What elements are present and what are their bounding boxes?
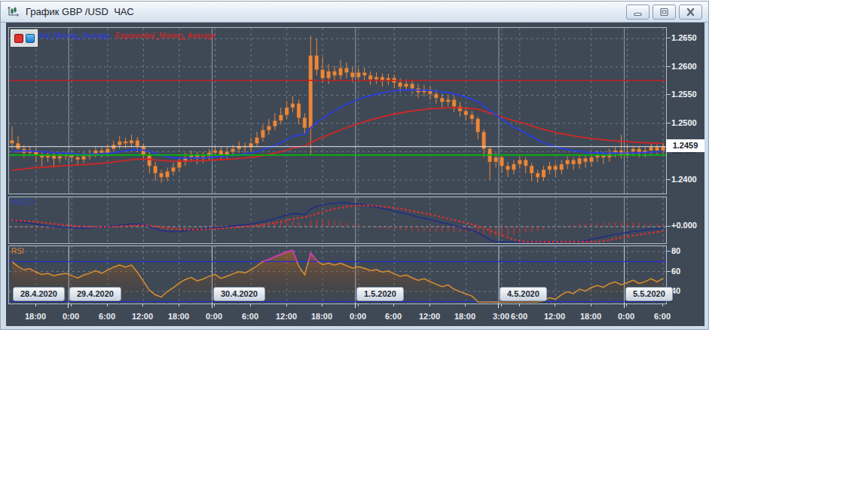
- date-label-box[interactable]: 4.5.2020: [500, 287, 547, 301]
- window-controls: [626, 5, 702, 20]
- time-tick: [35, 303, 36, 307]
- minor-time-tick: [573, 303, 573, 305]
- rsi-scale-label: 40: [671, 285, 680, 296]
- minor-time-tick: [609, 303, 610, 305]
- candle-body: [631, 149, 635, 152]
- indicator-swatch-panel: [11, 29, 38, 47]
- time-tick: [358, 303, 359, 307]
- candle-body: [374, 77, 378, 79]
- candle-body: [350, 72, 354, 77]
- time-label: 12:00: [276, 312, 297, 321]
- candle-body: [99, 151, 103, 153]
- candle-body: [500, 157, 504, 166]
- minor-time-tick: [83, 303, 84, 305]
- minor-time-tick: [238, 303, 239, 305]
- candle-body: [213, 151, 217, 153]
- candle-body: [11, 140, 14, 143]
- price-chart-panel[interactable]: Exponential_Moving_Average Exponential_M…: [8, 27, 667, 194]
- ema-slow-line: [12, 108, 663, 170]
- minor-time-tick: [119, 303, 120, 305]
- candle-body: [327, 72, 331, 78]
- ema-slow-color-swatch[interactable]: [14, 34, 23, 43]
- minor-time-tick: [561, 303, 561, 305]
- macd-signal-line: [12, 206, 663, 242]
- candle-body: [662, 147, 665, 151]
- date-label-box[interactable]: 28.4.2020: [13, 287, 65, 301]
- price-scale-label: 1.2550: [671, 89, 697, 99]
- time-label: 12:00: [419, 312, 440, 321]
- candle-body: [105, 149, 109, 153]
- candle-body: [548, 166, 552, 169]
- desktop-background: График GBP /USD ЧАС: [0, 0, 868, 488]
- candle-body: [315, 56, 319, 70]
- candle-body: [356, 72, 360, 77]
- candle-body: [16, 143, 20, 149]
- close-button[interactable]: [679, 5, 702, 20]
- time-tick: [142, 303, 143, 307]
- minor-time-tick: [346, 303, 347, 305]
- minor-time-tick: [370, 303, 371, 305]
- candle-body: [656, 147, 659, 151]
- minor-time-tick: [656, 303, 657, 305]
- time-label: 18:00: [454, 312, 475, 321]
- candle-body: [52, 156, 56, 159]
- time-tick: [393, 303, 394, 307]
- minor-time-tick: [59, 303, 60, 305]
- price-scale-label: 1.2650: [671, 32, 697, 43]
- candle-body: [172, 168, 176, 172]
- time-tick: [250, 303, 251, 307]
- time-label: 6:00: [99, 312, 115, 321]
- candle-body: [261, 130, 264, 138]
- minor-time-tick: [274, 303, 275, 305]
- time-scale[interactable]: 18:000:006:0012:0018:000:006:0012:0018:0…: [6, 303, 704, 326]
- time-tick: [286, 303, 287, 307]
- title-bar[interactable]: График GBP /USD ЧАС: [1, 2, 708, 23]
- maximize-button[interactable]: [653, 5, 676, 20]
- candle-body: [136, 140, 139, 146]
- macd-panel[interactable]: MACD: [8, 197, 667, 244]
- minimize-button[interactable]: [626, 5, 649, 20]
- candle-body: [321, 70, 325, 78]
- candle-body: [405, 84, 408, 87]
- candle-body: [231, 149, 235, 152]
- date-label-box[interactable]: 30.4.2020: [213, 287, 265, 301]
- candle-body: [279, 115, 283, 121]
- minor-time-tick: [489, 303, 490, 305]
- minor-time-tick: [11, 303, 12, 305]
- candle-body: [506, 166, 509, 169]
- candle-body: [542, 170, 546, 178]
- candle-body: [225, 151, 229, 154]
- minor-time-tick: [298, 303, 298, 305]
- date-label-box[interactable]: 1.5.2020: [356, 287, 404, 301]
- price-scale-label: 1.2500: [671, 117, 697, 128]
- rsi-scale-label: 60: [671, 266, 680, 276]
- minor-time-tick: [262, 303, 263, 305]
- candle-body: [177, 162, 181, 168]
- time-tick: [519, 303, 520, 307]
- minor-time-tick: [621, 303, 622, 305]
- time-tick: [591, 303, 591, 307]
- time-label: 6:00: [242, 312, 258, 321]
- minor-time-tick: [131, 303, 132, 305]
- candle-body: [440, 98, 444, 102]
- candle-body: [339, 68, 343, 75]
- minor-time-tick: [95, 303, 96, 305]
- minor-time-tick: [23, 303, 24, 305]
- minimize-icon: [633, 8, 643, 17]
- minor-time-tick: [417, 303, 418, 305]
- candle-body: [464, 111, 468, 114]
- ema-fast-line: [12, 90, 663, 158]
- chart-window-icon: [7, 6, 20, 17]
- time-tick: [501, 303, 502, 307]
- candle-body: [344, 68, 348, 72]
- candle-body: [118, 142, 121, 145]
- ema-fast-color-swatch[interactable]: [26, 34, 35, 43]
- day-separator-tick: [355, 303, 356, 308]
- minor-time-tick: [381, 303, 382, 305]
- date-label-box[interactable]: 5.5.2020: [625, 287, 673, 301]
- time-tick: [214, 303, 215, 307]
- date-label-box[interactable]: 29.4.2020: [69, 287, 121, 301]
- candle-body: [494, 157, 498, 162]
- ema-slow-legend-label: Exponential_Moving_Average: [115, 32, 215, 40]
- time-label: 0:00: [63, 312, 79, 321]
